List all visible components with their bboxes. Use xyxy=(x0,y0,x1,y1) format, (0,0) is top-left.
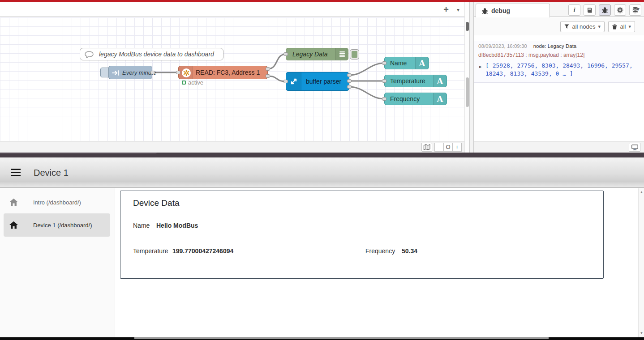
ui-text-frequency-input-port[interactable] xyxy=(382,97,386,101)
debug-node[interactable]: Legacy Data xyxy=(286,48,348,60)
screen: + ▾ legacy ModBus device data xyxy=(0,0,644,340)
status-text: active xyxy=(188,79,203,86)
message-timestamp: 08/09/2023, 16:09:30 xyxy=(478,43,527,49)
text-icon-region: A xyxy=(433,93,447,105)
modbus-label: READ: FC3, Address 1 xyxy=(196,66,260,79)
frequency-value: 50.34 xyxy=(402,247,417,255)
modbus-flower-icon xyxy=(182,68,191,77)
comment-label: legacy ModBus device data to dashboard xyxy=(99,48,214,60)
gear-icon xyxy=(617,7,623,13)
debug-message-list: 08/09/2023, 16:09:30 node: Legacy Data d… xyxy=(474,35,644,141)
inject-arrow-icon xyxy=(112,70,120,76)
resize-arrows-icon xyxy=(290,77,298,85)
modbus-output-port-2[interactable] xyxy=(266,74,270,78)
flow-canvas[interactable]: legacy ModBus device data to dashboard E… xyxy=(0,17,464,141)
page-title: Device 1 xyxy=(34,157,69,188)
debug-toggle-inner xyxy=(352,51,357,58)
zoom-reset-button[interactable]: O xyxy=(443,143,453,152)
expand-payload-arrow[interactable]: ▶ xyxy=(479,63,481,71)
navigator-button[interactable] xyxy=(421,143,432,152)
sidebar-scrollbar-thumb[interactable] xyxy=(466,77,469,107)
ui-text-node-name[interactable]: Name A xyxy=(384,57,429,69)
device-data-card: Device Data Name Hello ModBus Temperatur… xyxy=(120,191,604,279)
sidebar-menu-caret[interactable]: ▾ xyxy=(634,6,642,12)
ui-text-label: Name xyxy=(390,57,407,69)
bottom-scrollbar-track xyxy=(0,337,644,340)
speech-bubble-icon xyxy=(84,51,94,58)
filter-nodes-button[interactable]: all nodes ▾ xyxy=(560,21,605,32)
flow-list-caret[interactable]: ▾ xyxy=(454,5,463,15)
sidebar-item-device1[interactable]: Device 1 (/dashboard/) xyxy=(4,213,110,237)
config-nodes-tab-button[interactable] xyxy=(614,4,626,16)
modbus-input-port[interactable] xyxy=(176,71,180,74)
ui-text-label: Temperature xyxy=(390,75,425,87)
modbus-read-node[interactable]: READ: FC3, Address 1 xyxy=(178,66,268,79)
workspace-scrollbar-thumb[interactable] xyxy=(466,22,469,31)
open-debug-window-button[interactable] xyxy=(629,143,640,152)
ui-text-name-input-port[interactable] xyxy=(382,61,386,65)
ui-text-node-temperature[interactable]: Temperature A xyxy=(384,75,447,87)
parser-output-port-1[interactable] xyxy=(347,73,352,77)
sidebar-resize-divider[interactable] xyxy=(469,2,474,153)
parser-icon-region xyxy=(286,72,301,90)
parser-output-port-2[interactable] xyxy=(347,79,352,83)
zoom-controls: − O + xyxy=(435,143,462,152)
status-ring-icon xyxy=(182,81,186,85)
info-tab-button[interactable]: i xyxy=(568,4,580,16)
message-source-node: node: Legacy Data xyxy=(533,43,577,49)
letter-a-icon: A xyxy=(419,59,425,68)
funnel-icon xyxy=(564,24,569,29)
tab-debug-label: debug xyxy=(491,7,510,14)
help-tab-button[interactable] xyxy=(584,4,596,16)
home-icon xyxy=(9,221,18,229)
parser-output-port-3[interactable] xyxy=(347,85,352,89)
comment-node[interactable]: legacy ModBus device data to dashboard xyxy=(80,48,223,60)
sidebar-item-label: Device 1 (/dashboard/) xyxy=(33,222,92,229)
inject-node[interactable]: Every minute xyxy=(108,66,152,79)
debug-tab-button[interactable] xyxy=(599,4,611,16)
monitor-icon xyxy=(631,144,638,150)
bottom-scrollbar-thumb[interactable] xyxy=(134,337,549,339)
ui-text-node-frequency[interactable]: Frequency A xyxy=(384,93,447,105)
sidebar-footer xyxy=(474,141,644,153)
bug-icon xyxy=(481,8,488,14)
book-icon xyxy=(586,7,593,13)
ui-text-temperature-input-port[interactable] xyxy=(382,79,386,83)
menu-toggle-button[interactable] xyxy=(11,169,21,176)
debug-list-icon-region xyxy=(335,48,348,60)
clear-messages-button[interactable]: all ▾ xyxy=(608,21,635,32)
scroll-up-arrow[interactable]: ▲ xyxy=(639,189,644,196)
workspace-footer: − O + xyxy=(0,141,464,153)
modbus-icon-region xyxy=(179,66,193,79)
zoom-in-button[interactable]: + xyxy=(452,143,462,152)
debug-toggle-button[interactable] xyxy=(350,49,359,60)
debug-message[interactable]: 08/09/2023, 16:09:30 node: Legacy Data d… xyxy=(474,41,644,83)
bug-icon xyxy=(601,7,608,13)
dashboard-sidebar: Intro (/dashboard/) Device 1 (/dashboard… xyxy=(0,188,115,337)
message-meta: df8ecbd817357113 : msg.payload : array[1… xyxy=(478,52,640,58)
inject-output-port[interactable] xyxy=(150,71,155,74)
temperature-label: Temperature xyxy=(133,247,168,255)
map-icon xyxy=(423,144,430,150)
payload-array-text: [ 25928, 27756, 8303, 28493, 16996, 2955… xyxy=(485,62,633,77)
buffer-parser-node[interactable]: buffer parser xyxy=(286,72,349,91)
dashboard-window: Device 1 Intro (/dashboard/) Device 1 (/… xyxy=(0,157,644,337)
window-divider-strip xyxy=(0,153,644,157)
letter-a-icon: A xyxy=(437,76,443,86)
modbus-status: active xyxy=(182,79,203,86)
zoom-out-button[interactable]: − xyxy=(434,143,444,152)
sidebar-item-intro[interactable]: Intro (/dashboard/) xyxy=(4,191,110,213)
tab-debug[interactable]: debug xyxy=(476,4,550,17)
parser-input-port[interactable] xyxy=(283,80,288,83)
trash-icon xyxy=(612,24,617,30)
home-icon xyxy=(9,198,18,206)
add-flow-button[interactable]: + xyxy=(440,4,452,16)
name-value: Hello ModBus xyxy=(156,222,198,229)
scroll-down-arrow[interactable]: ▼ xyxy=(639,330,644,336)
modbus-output-port-1[interactable] xyxy=(266,67,270,71)
inject-trigger-button[interactable] xyxy=(100,68,109,77)
debug-input-port[interactable] xyxy=(283,52,288,56)
clear-caret-icon: ▾ xyxy=(628,24,631,30)
debug-sidebar: debug i ▾ all xyxy=(474,2,644,153)
debug-node-label: Legacy Data xyxy=(292,48,328,60)
